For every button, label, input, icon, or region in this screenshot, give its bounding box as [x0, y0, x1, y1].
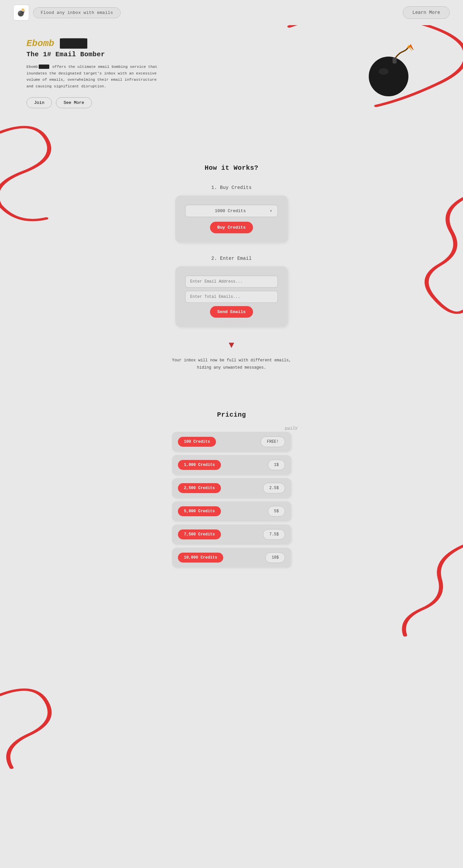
pricing-credits-btn-2[interactable]: 2,500 Credits	[178, 483, 221, 493]
svg-point-2	[369, 57, 408, 96]
pricing-cards: Daily 100 Credits FREE! 1,000 Credits 1$…	[172, 432, 291, 567]
svg-rect-4	[393, 58, 397, 64]
email-input[interactable]	[185, 276, 278, 287]
pricing-credits-btn-1[interactable]: 1,000 Credits	[178, 460, 221, 470]
pricing-credits-btn-0[interactable]: 100 Credits	[178, 437, 216, 447]
hero-section: Ebomb ████ The 1# Email Bomber Ebomb███ …	[0, 25, 463, 151]
see-more-button[interactable]: See More	[56, 97, 92, 108]
credits-select[interactable]: 1000 Credits ▾	[185, 205, 278, 217]
pricing-title: Pricing	[7, 411, 456, 418]
daily-badge: Daily	[285, 426, 298, 432]
pricing-card-4: 7,500 Credits 7.5$	[172, 525, 291, 545]
pricing-card-0: 100 Credits FREE!	[172, 432, 291, 452]
pricing-card-2: 2,500 Credits 2.5$	[172, 478, 291, 498]
total-emails-input[interactable]	[185, 291, 278, 303]
brand-ebomb: Ebomb	[27, 38, 54, 49]
hero-text-block: Ebomb ████ The 1# Email Bomber Ebomb███ …	[27, 38, 159, 108]
join-button[interactable]: Join	[27, 97, 52, 108]
navbar: 💣 Flood any inbox with emails Learn More	[0, 0, 463, 25]
hero-buttons: Join See More	[27, 97, 159, 108]
step1-card: 1000 Credits ▾ Buy Credits	[175, 195, 288, 243]
arrow-down-icon: ▼	[7, 340, 456, 350]
how-it-works-section: How it Works? 1. Buy Credits 1000 Credit…	[0, 151, 463, 404]
send-emails-button[interactable]: Send Emails	[210, 306, 253, 318]
step2-card: Send Emails	[175, 267, 288, 327]
pricing-price-btn-4[interactable]: 7.5$	[263, 529, 285, 540]
pricing-card-3: 5,000 Credits 5$	[172, 501, 291, 521]
pricing-credits-btn-5[interactable]: 10,000 Credits	[178, 553, 223, 563]
hero-description: Ebomb███ offers the ultimate email bombi…	[27, 64, 159, 89]
pricing-price-btn-0[interactable]: FREE!	[261, 436, 285, 447]
learn-more-button[interactable]: Learn More	[403, 6, 450, 19]
navbar-left: 💣 Flood any inbox with emails	[13, 5, 121, 21]
brand-name: Ebomb ████	[27, 38, 159, 49]
tagline: Flood any inbox with emails	[33, 7, 121, 18]
step2-label: 2. Enter Email	[7, 256, 456, 261]
pricing-credits-btn-3[interactable]: 5,000 Credits	[178, 506, 221, 516]
pricing-price-btn-3[interactable]: 5$	[268, 506, 285, 517]
pricing-section: Pricing Daily 100 Credits FREE! 1,000 Cr…	[0, 404, 463, 587]
chevron-down-icon: ▾	[270, 209, 272, 213]
pricing-price-btn-1[interactable]: 1$	[268, 460, 285, 470]
desc-redacted: ███	[39, 65, 49, 69]
pricing-card-1: 1,000 Credits 1$	[172, 455, 291, 475]
step1-label: 1. Buy Credits	[7, 185, 456, 190]
pricing-price-btn-5[interactable]: 10$	[265, 552, 285, 563]
brand-redacted: ████	[60, 38, 87, 49]
svg-point-3	[379, 68, 389, 75]
how-it-works-title: How it Works?	[7, 164, 456, 172]
result-text: Your inbox will now be full with differe…	[7, 357, 456, 371]
buy-credits-button[interactable]: Buy Credits	[210, 222, 253, 233]
pricing-credits-btn-4[interactable]: 7,500 Credits	[178, 529, 221, 539]
hero-title: The 1# Email Bomber	[27, 51, 159, 58]
logo-icon: 💣	[13, 5, 29, 21]
pricing-card-5: 10,000 Credits 10$	[172, 548, 291, 567]
credits-select-text: 1000 Credits	[191, 209, 270, 213]
pricing-price-btn-2[interactable]: 2.5$	[263, 483, 285, 493]
bomb-illustration	[357, 38, 423, 104]
desc-brand: Ebomb	[27, 65, 38, 69]
